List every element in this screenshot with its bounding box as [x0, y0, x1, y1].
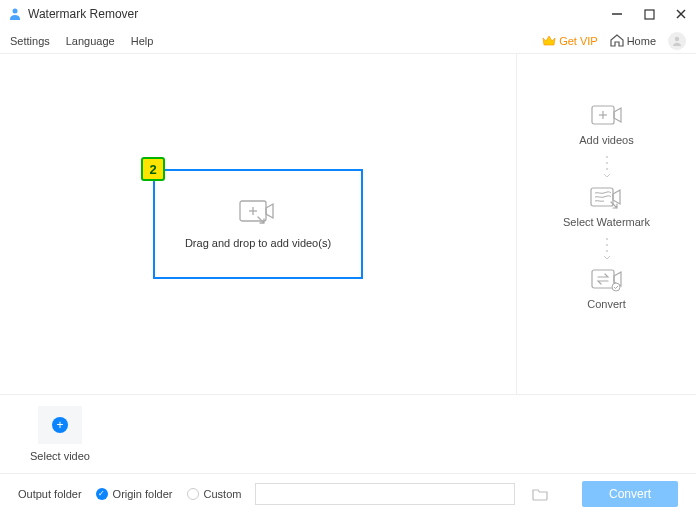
crown-icon: [542, 35, 556, 47]
titlebar: Watermark Remover: [0, 0, 696, 28]
svg-point-13: [606, 162, 608, 164]
step-convert[interactable]: Convert: [587, 268, 626, 310]
radio-off-icon: [187, 488, 199, 500]
menu-help[interactable]: Help: [131, 35, 154, 47]
svg-point-20: [612, 283, 620, 291]
svg-rect-2: [645, 10, 654, 19]
get-vip-label: Get VIP: [559, 35, 598, 47]
home-button[interactable]: Home: [610, 34, 656, 47]
app-title: Watermark Remover: [28, 7, 138, 21]
window-controls: [610, 7, 688, 21]
output-folder-label: Output folder: [18, 488, 82, 500]
radio-origin-label: Origin folder: [113, 488, 173, 500]
menubar-right: Get VIP Home: [542, 32, 686, 50]
browse-folder-button[interactable]: [529, 483, 551, 505]
svg-point-14: [606, 168, 608, 170]
menu-settings[interactable]: Settings: [10, 35, 50, 47]
radio-origin-folder[interactable]: Origin folder: [96, 488, 173, 500]
get-vip-button[interactable]: Get VIP: [542, 35, 598, 47]
convert-button[interactable]: Convert: [582, 481, 678, 507]
dots-connector-2: [604, 236, 610, 260]
home-icon: [610, 34, 624, 47]
svg-point-17: [606, 244, 608, 246]
svg-point-12: [606, 156, 608, 158]
radio-custom[interactable]: Custom: [187, 488, 242, 500]
output-path-input[interactable]: [255, 483, 515, 505]
step-select-label: Select Watermark: [563, 216, 650, 228]
convert-icon: [590, 268, 624, 292]
main-left: 2 Drag and drop to add video(s): [0, 54, 516, 394]
select-video-thumb[interactable]: + Select video: [30, 406, 90, 462]
thumb-label: Select video: [30, 450, 90, 462]
menubar-left: Settings Language Help: [10, 35, 153, 47]
menu-language[interactable]: Language: [66, 35, 115, 47]
svg-point-0: [13, 9, 18, 14]
select-watermark-icon: [589, 186, 623, 210]
step-select-watermark[interactable]: Select Watermark: [563, 186, 650, 228]
maximize-button[interactable]: [642, 7, 656, 21]
main-area: 2 Drag and drop to add video(s) Add vide…: [0, 54, 696, 394]
step-add-label: Add videos: [579, 134, 633, 146]
dots-connector: [604, 154, 610, 178]
dropzone[interactable]: 2 Drag and drop to add video(s): [153, 169, 363, 279]
titlebar-left: Watermark Remover: [8, 7, 138, 21]
step-convert-label: Convert: [587, 298, 626, 310]
svg-point-18: [606, 250, 608, 252]
menubar: Settings Language Help Get VIP Home: [0, 28, 696, 54]
thumbnails-row: + Select video: [0, 395, 696, 473]
step-add-videos[interactable]: Add videos: [579, 104, 633, 146]
radio-custom-label: Custom: [204, 488, 242, 500]
plus-icon: +: [52, 417, 68, 433]
step-badge: 2: [141, 157, 165, 181]
add-video-icon: [238, 199, 278, 227]
svg-rect-19: [592, 270, 614, 288]
svg-point-16: [606, 238, 608, 240]
minimize-button[interactable]: [610, 7, 624, 21]
dropzone-text: Drag and drop to add video(s): [185, 237, 331, 249]
add-videos-icon: [590, 104, 624, 128]
folder-icon: [532, 487, 548, 501]
app-icon: [8, 7, 22, 21]
convert-button-label: Convert: [609, 487, 651, 501]
footer: + Select video Output folder Origin fold…: [0, 394, 696, 512]
thumb-box: +: [38, 406, 82, 444]
avatar[interactable]: [668, 32, 686, 50]
steps-sidebar: Add videos Select Watermark Convert: [516, 54, 696, 394]
output-row: Output folder Origin folder Custom Conve…: [0, 473, 696, 512]
radio-on-icon: [96, 488, 108, 500]
close-button[interactable]: [674, 7, 688, 21]
home-label: Home: [627, 35, 656, 47]
svg-point-5: [675, 36, 679, 40]
